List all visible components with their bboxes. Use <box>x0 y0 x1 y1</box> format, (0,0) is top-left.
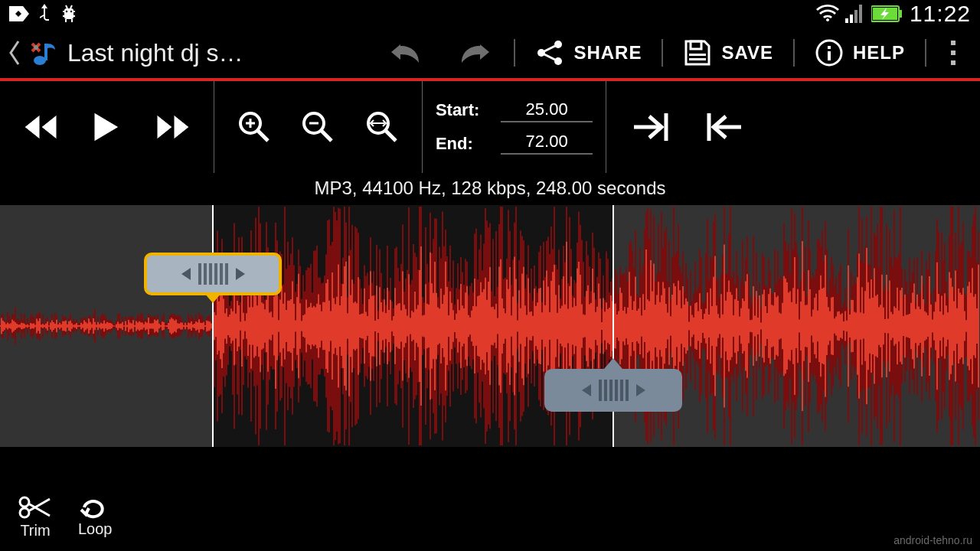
svg-rect-0 <box>64 8 74 19</box>
share-label: SHARE <box>573 42 642 64</box>
svg-point-29 <box>20 508 29 517</box>
start-label: Start: <box>436 100 479 120</box>
set-start-to-playhead-button[interactable] <box>629 106 672 148</box>
loop-button[interactable]: Loop <box>78 496 113 538</box>
svg-point-10 <box>34 56 46 65</box>
undo-button[interactable] <box>373 26 437 80</box>
svg-point-2 <box>70 11 73 13</box>
svg-rect-11 <box>44 44 47 60</box>
help-label: HELP <box>853 42 905 64</box>
watermark: android-tehno.ru <box>893 534 972 546</box>
svg-rect-6 <box>859 5 862 23</box>
end-field[interactable] <box>501 132 593 155</box>
svg-point-15 <box>554 57 562 65</box>
status-bar: 11:22 <box>0 0 980 28</box>
controls-row: Start: End: <box>0 81 980 173</box>
svg-point-1 <box>66 11 68 13</box>
fast-forward-button[interactable] <box>152 106 194 148</box>
signal-icon <box>845 5 865 23</box>
svg-point-28 <box>20 497 29 507</box>
zoom-out-button[interactable] <box>296 106 339 148</box>
save-label: SAVE <box>721 42 773 64</box>
action-bar: Last night dj s… SHARE SAVE HELP <box>0 28 980 81</box>
svg-rect-23 <box>951 51 956 55</box>
clock: 11:22 <box>910 1 971 27</box>
divider <box>514 39 515 67</box>
save-button[interactable]: SAVE <box>669 26 787 80</box>
zoom-in-button[interactable] <box>233 106 276 148</box>
wifi-icon <box>816 5 839 23</box>
app-icon <box>28 36 61 70</box>
debug-icon <box>60 4 78 24</box>
play-button[interactable] <box>85 106 128 148</box>
svg-rect-3 <box>845 18 848 23</box>
svg-point-13 <box>554 41 562 48</box>
set-end-to-playhead-button[interactable] <box>703 106 746 148</box>
svg-rect-17 <box>689 54 706 56</box>
waveform-view[interactable] <box>0 205 980 447</box>
svg-rect-20 <box>828 46 831 49</box>
battery-icon <box>871 5 903 22</box>
file-title[interactable]: Last night dj s… <box>67 39 243 67</box>
overflow-menu-button[interactable] <box>933 26 974 80</box>
zoom-fit-button[interactable] <box>361 106 403 148</box>
start-field[interactable] <box>501 99 593 122</box>
redo-button[interactable] <box>443 26 508 80</box>
help-button[interactable]: HELP <box>801 26 919 80</box>
back-button[interactable] <box>6 40 21 66</box>
divider <box>793 39 795 67</box>
trim-label: Trim <box>20 522 50 540</box>
usb-icon <box>37 4 52 24</box>
svg-rect-16 <box>691 41 701 49</box>
trim-button[interactable]: Trim <box>18 494 52 540</box>
svg-point-14 <box>537 49 545 57</box>
svg-rect-18 <box>689 58 706 60</box>
tag-icon <box>9 6 29 21</box>
svg-rect-24 <box>951 60 956 65</box>
rewind-button[interactable] <box>19 106 62 148</box>
svg-rect-4 <box>850 15 853 23</box>
selection-end-handle[interactable] <box>544 369 682 412</box>
selection-start-line[interactable] <box>212 205 214 447</box>
selection-start-handle[interactable] <box>144 253 282 295</box>
loop-label: Loop <box>78 520 113 538</box>
bottom-bar: Trim Loop <box>0 482 980 551</box>
share-button[interactable]: SHARE <box>521 26 655 80</box>
audio-info: MP3, 44100 Hz, 128 kbps, 248.00 seconds <box>0 173 980 205</box>
svg-point-12 <box>34 45 38 50</box>
end-label: End: <box>436 134 479 154</box>
svg-rect-22 <box>951 41 956 45</box>
svg-rect-8 <box>899 10 902 18</box>
divider <box>925 39 926 67</box>
svg-rect-21 <box>828 51 831 60</box>
svg-rect-5 <box>854 10 858 23</box>
divider <box>662 39 663 67</box>
